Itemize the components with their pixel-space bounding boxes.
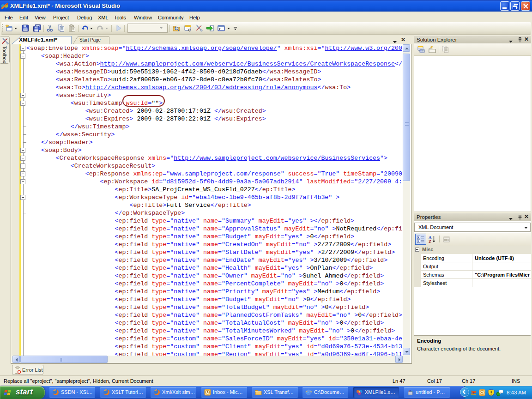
- svg-text:e: e: [307, 389, 309, 396]
- svg-text:Z: Z: [429, 239, 431, 244]
- svg-text:Start Page: Start Page: [79, 37, 101, 42]
- svg-text:XMLFile1.xml*: XMLFile1.xml*: [19, 37, 58, 42]
